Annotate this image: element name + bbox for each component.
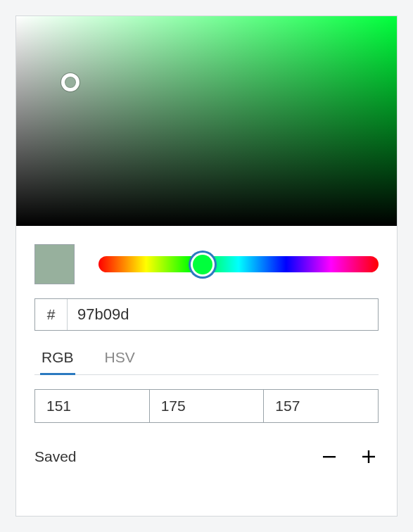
saved-row: Saved [34, 447, 379, 467]
swatch-hue-row [34, 244, 379, 284]
hex-input[interactable] [68, 299, 378, 330]
saved-buttons [319, 447, 379, 467]
add-swatch-button[interactable] [359, 447, 379, 467]
tab-hsv[interactable]: HSV [103, 345, 136, 375]
hue-slider[interactable] [99, 256, 379, 272]
hex-field: # [34, 298, 379, 331]
minus-icon [322, 449, 337, 464]
remove-swatch-button[interactable] [319, 447, 339, 467]
plus-icon [361, 449, 376, 464]
r-input[interactable] [35, 390, 149, 422]
saturation-value-area[interactable] [16, 16, 397, 226]
controls: # RGB HSV Saved [16, 226, 397, 485]
saved-label: Saved [34, 448, 77, 465]
svg-rect-2 [368, 450, 369, 463]
color-picker-panel: # RGB HSV Saved [15, 15, 398, 517]
tab-rgb[interactable]: RGB [40, 345, 75, 375]
current-color-swatch [34, 244, 75, 284]
b-input[interactable] [263, 390, 378, 422]
svg-rect-0 [323, 456, 336, 457]
mode-tabs: RGB HSV [34, 345, 379, 375]
g-input[interactable] [149, 390, 264, 422]
hue-thumb[interactable] [193, 255, 212, 274]
hex-prefix: # [35, 299, 68, 330]
rgb-inputs [34, 389, 379, 423]
sv-thumb[interactable] [61, 73, 80, 91]
